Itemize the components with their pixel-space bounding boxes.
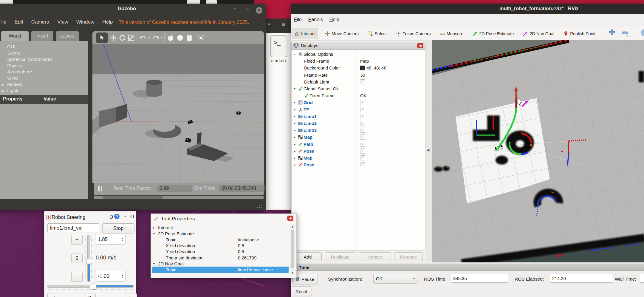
display-row-limo2[interactable]: ▸Limo2✓ <box>292 120 425 127</box>
spin-arrows[interactable]: ▲▼ <box>119 237 125 242</box>
dock-button[interactable]: D <box>109 214 113 220</box>
checkbox-checked[interactable]: ✓ <box>360 114 365 119</box>
tool-move-camera[interactable]: Move Camera <box>322 28 361 39</box>
insert-cylinder-button[interactable] <box>186 34 193 42</box>
rotate-tool-button[interactable] <box>119 34 126 41</box>
scroll-up-icon[interactable]: ▲ <box>290 225 295 228</box>
tab-layers[interactable]: Layers <box>56 31 79 41</box>
sync-dropdown[interactable]: Off ▾ <box>373 274 417 284</box>
checkbox-checked[interactable]: ✓ <box>360 134 365 140</box>
expander-icon[interactable]: ▸ <box>294 101 298 104</box>
tool-publish-point[interactable]: Publish Point <box>561 28 598 39</box>
display-value[interactable]: ✓ <box>360 79 365 84</box>
close-panel-button[interactable] <box>287 216 293 221</box>
expander-icon[interactable]: ▸ <box>294 163 298 166</box>
tree-item-models[interactable]: ▶Models <box>0 81 88 87</box>
tool-prop-row-2d-pose-estimate[interactable]: ▾2D Pose Estimate <box>152 231 289 236</box>
slider-handle[interactable] <box>90 284 97 290</box>
display-value[interactable]: ✓ <box>360 134 365 140</box>
display-value[interactable]: ✓ <box>360 128 365 133</box>
expander-icon[interactable]: ▾ <box>294 87 298 90</box>
tool-focus-camera[interactable]: Focus Camera <box>393 28 433 39</box>
tree-item-atmosphere[interactable]: Atmosphere <box>0 69 88 75</box>
expander-icon[interactable]: ▸ <box>294 115 298 118</box>
display-value[interactable]: 30 <box>360 72 365 78</box>
tool-2d-nav-goal[interactable]: 2D Nav Goal <box>520 28 557 39</box>
linear-min-spinbox[interactable]: -1.00▲▼ <box>95 271 126 281</box>
gazebo-menu-window[interactable]: Window <box>76 19 94 25</box>
ros-time-field[interactable] <box>451 274 508 283</box>
help-button[interactable]: ? <box>114 214 120 219</box>
ros-elapsed-field[interactable] <box>550 274 613 283</box>
expander-icon[interactable]: ▸ <box>294 149 298 153</box>
scale-tool-button[interactable] <box>128 34 135 41</box>
expander-icon[interactable]: ▾ <box>294 52 298 56</box>
expander-icon[interactable]: ▸ <box>294 122 298 125</box>
tool-measure[interactable]: Measure <box>437 28 466 39</box>
checkbox-checked[interactable]: ✓ <box>360 142 365 147</box>
expander-icon[interactable]: ▸ <box>294 135 298 139</box>
display-row-global-options[interactable]: ▾Global Options <box>292 51 425 58</box>
display-row-global-status-ok[interactable]: ▾Global Status: Ok <box>292 85 425 92</box>
display-row-fixed-frame[interactable]: Fixed Framemap <box>292 58 425 64</box>
display-row-limo1[interactable]: ▸Limo1✓ <box>292 113 425 120</box>
display-row-limo3[interactable]: ▸Limo3✓ <box>292 127 425 134</box>
topic-input[interactable] <box>47 223 99 233</box>
display-value[interactable]: ✓ <box>360 162 365 167</box>
displays-panel-header[interactable]: Displays <box>291 42 425 50</box>
display-row-grid[interactable]: ▸Grid✓ <box>292 99 425 106</box>
close-button[interactable]: O <box>130 214 134 219</box>
tool-interact[interactable]: Interact <box>292 28 318 39</box>
expander-icon[interactable]: ▸ <box>153 226 158 229</box>
display-value[interactable]: map <box>360 58 369 64</box>
display-row-map[interactable]: ▸Map✓ <box>292 154 425 161</box>
display-value[interactable]: ✓ <box>360 148 365 154</box>
tab-world[interactable]: World <box>1 31 29 41</box>
display-row-map[interactable]: ▸Map✓ <box>292 134 425 140</box>
expander-icon[interactable]: ▾ <box>153 262 158 265</box>
display-value[interactable]: ✓ <box>360 107 365 112</box>
angular-right-button[interactable]: > <box>125 293 137 297</box>
minimize-button[interactable]: – <box>232 5 238 11</box>
shell-script-icon[interactable]: >_ <box>270 35 287 57</box>
angular-zero-button[interactable]: 0 <box>84 293 96 297</box>
display-row-path[interactable]: ▸Path✓ <box>292 140 425 147</box>
gazebo-hscrollbar[interactable] <box>94 196 264 199</box>
add-tool-button[interactable] <box>609 29 615 36</box>
tool-options-dropdown[interactable]: ▾ <box>626 35 628 38</box>
tool-prop-row-2d-nav-goal[interactable]: ▾2D Nav Goal <box>152 261 289 267</box>
gazebo-3d-view[interactable] <box>92 44 264 183</box>
linear-increase-button[interactable]: + <box>71 235 83 245</box>
gazebo-menu-view[interactable]: View <box>57 19 68 25</box>
display-row-pose[interactable]: ▸Pose✓ <box>292 148 425 154</box>
tool-prop-row-y-std-deviation[interactable]: Y std deviation0.5 <box>152 249 289 255</box>
tool-select[interactable]: Select <box>365 28 389 39</box>
menu-icon[interactable]: ≡ <box>282 21 285 28</box>
linear-slider[interactable] <box>87 235 90 282</box>
insert-box-button[interactable] <box>167 34 174 42</box>
checkbox-checked[interactable]: ✓ <box>360 155 365 160</box>
tool-prop-row-topic[interactable]: Topiclimo1/move_base... <box>152 267 289 273</box>
rviz-menu-file[interactable]: File <box>294 17 302 22</box>
checkbox-checked[interactable]: ✓ <box>360 79 365 84</box>
panel-collapse-button[interactable]: ◀ <box>427 148 429 152</box>
minimize-button[interactable]: - <box>124 214 126 220</box>
gazebo-menu-edit[interactable]: Edit <box>14 19 23 25</box>
select-tool-button[interactable] <box>96 33 108 43</box>
insert-sphere-button[interactable] <box>176 34 184 42</box>
file-name[interactable]: start.sh <box>266 58 291 63</box>
insert-light-button[interactable] <box>197 34 205 42</box>
tool-prop-row-theta-std-deviation[interactable]: Theta std deviation0.261799 <box>152 255 289 261</box>
translate-tool-button[interactable] <box>110 34 117 41</box>
tool-prop-row-x-std-deviation[interactable]: X std deviation0.5 <box>152 243 289 249</box>
redo-dropdown[interactable]: ▾ <box>161 36 163 39</box>
reset-button[interactable]: Reset <box>291 286 312 296</box>
linear-zero-button[interactable]: 0 <box>71 253 83 263</box>
display-value[interactable]: OK <box>360 93 367 98</box>
checkbox-checked[interactable]: ✓ <box>360 107 365 112</box>
time-panel-header[interactable]: ⌄ Time <box>291 264 644 271</box>
display-row-default-light[interactable]: Default Light✓ <box>292 78 425 85</box>
tree-item-gui[interactable]: GUI <box>0 44 88 50</box>
maximize-button[interactable]: □ <box>244 6 250 11</box>
expander-icon[interactable]: ▶ <box>2 82 4 88</box>
